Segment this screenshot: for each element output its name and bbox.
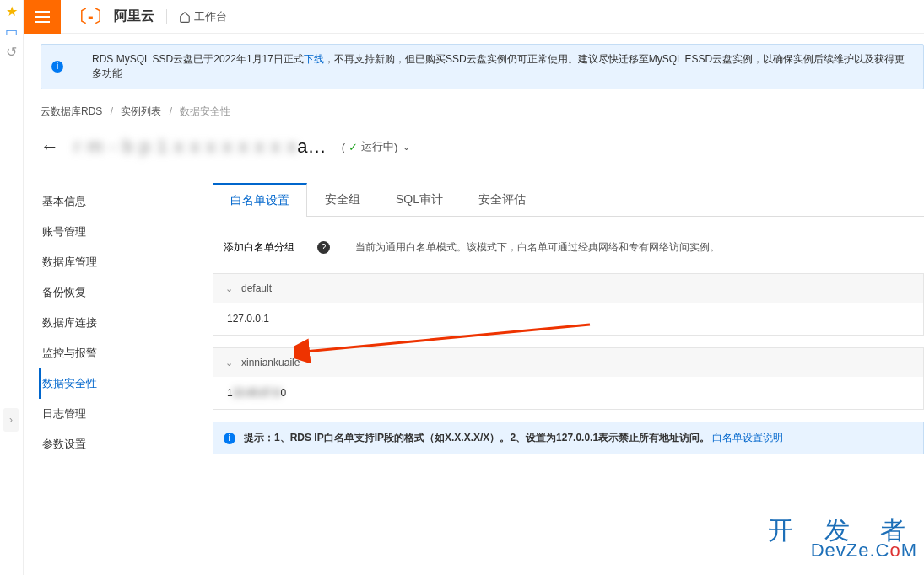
nav-item-8[interactable]: 参数设置 [41,429,192,459]
chevron-down-icon: ⌄ [403,142,410,153]
breadcrumb: 云数据库RDS / 实例列表 / 数据安全性 [41,105,924,119]
group-name: default [241,282,272,294]
page-title-row: ← r m - b p 1 x x x x x x x xa... ( ✓ 运行… [41,136,924,158]
toolbar: 添加白名单分组 ? 当前为通用白名单模式。该模式下，白名单可通过经典网络和专有网… [213,234,924,261]
nav-item-3[interactable]: 备份恢复 [41,277,192,308]
back-button[interactable]: ← [41,136,59,158]
expand-icon[interactable]: › [3,408,19,432]
svg-line-0 [305,325,590,352]
nav-item-7[interactable]: 日志管理 [41,399,192,429]
nav-item-2[interactable]: 数据库管理 [41,247,192,277]
crumb-current: 数据安全性 [180,105,230,117]
info-alert: i RDS MySQL SSD云盘已于2022年1月17日正式下线，不再支持新购… [41,44,924,89]
watermark-line2: DevZe.CoM [768,541,917,560]
chevron-down-icon: ⌄ [225,283,233,294]
crumb-rds[interactable]: 云数据库RDS [41,105,102,117]
nav-item-4[interactable]: 数据库连接 [41,308,192,338]
history-icon[interactable]: ↺ [3,44,20,61]
nav-item-6[interactable]: 数据安全性 [39,368,192,399]
help-icon[interactable]: ? [317,241,330,254]
group-body: 123.45.67.80 [213,377,923,409]
divider [166,9,167,24]
mode-description: 当前为通用白名单模式。该模式下，白名单可通过经典网络和专有网络访问实例。 [355,240,720,255]
star-icon[interactable]: ★ [3,3,20,20]
mini-sidebar: ★ ▭ ↺ › [0,0,24,575]
tab-0[interactable]: 白名单设置 [213,183,307,217]
alert-link[interactable]: 下线 [304,53,324,65]
workbench-label: 工作台 [194,9,227,24]
body: 基本信息账号管理数据库管理备份恢复数据库连接监控与报警数据安全性日志管理参数设置… [41,183,924,459]
tip-link[interactable]: 白名单设置说明 [712,432,783,443]
whitelist-group-xinniankuaile: ⌄ xinniankuaile 123.45.67.80 [213,347,924,410]
watermark: 开 发 者 DevZe.CoM [768,518,917,560]
crumb-list[interactable]: 实例列表 [121,105,161,117]
tip-banner: i 提示：1、RDS IP白名单支持IP段的格式（如X.X.X.X/X）。2、设… [213,422,924,454]
tab-2[interactable]: SQL审计 [378,183,461,217]
logo-icon: 〔-〕 [71,5,111,28]
add-whitelist-group-button[interactable]: 添加白名单分组 [213,234,305,261]
instance-name: r m - b p 1 x x x x x x x xa... [74,136,327,158]
tabs: 白名单设置安全组SQL审计安全评估 [213,183,924,217]
workbench-link[interactable]: 工作台 [179,9,227,24]
group-header[interactable]: ⌄ default [213,274,923,303]
annotation-arrow [294,321,598,363]
nav-item-5[interactable]: 监控与报警 [41,338,192,368]
info-icon: i [224,433,235,444]
left-nav: 基本信息账号管理数据库管理备份恢复数据库连接监控与报警数据安全性日志管理参数设置 [41,183,192,459]
menu-button[interactable] [24,0,61,34]
tab-1[interactable]: 安全组 [307,183,378,217]
info-icon: i [51,61,63,73]
logo-text: 阿里云 [114,8,154,25]
alert-text: RDS MySQL SSD云盘已于2022年1月17日正式下线，不再支持新购，但… [92,52,913,81]
instance-status[interactable]: ( ✓ 运行中 ) ⌄ [342,139,411,154]
nav-item-0[interactable]: 基本信息 [41,186,192,217]
chevron-down-icon: ⌄ [225,357,233,368]
tab-3[interactable]: 安全评估 [461,183,543,217]
home-icon [179,11,191,23]
main-panel: 白名单设置安全组SQL审计安全评估 添加白名单分组 ? 当前为通用白名单模式。该… [192,183,924,459]
topbar: 〔-〕 阿里云 工作台 [24,0,924,34]
logo[interactable]: 〔-〕 阿里云 [71,5,154,28]
tip-text: 提示：1、RDS IP白名单支持IP段的格式（如X.X.X.X/X）。2、设置为… [244,431,783,445]
group-name: xinniankuaile [241,357,300,368]
screen-icon[interactable]: ▭ [3,24,20,40]
check-icon: ✓ [349,141,358,153]
content: i RDS MySQL SSD云盘已于2022年1月17日正式下线，不再支持新购… [24,34,924,575]
nav-item-1[interactable]: 账号管理 [41,217,192,247]
